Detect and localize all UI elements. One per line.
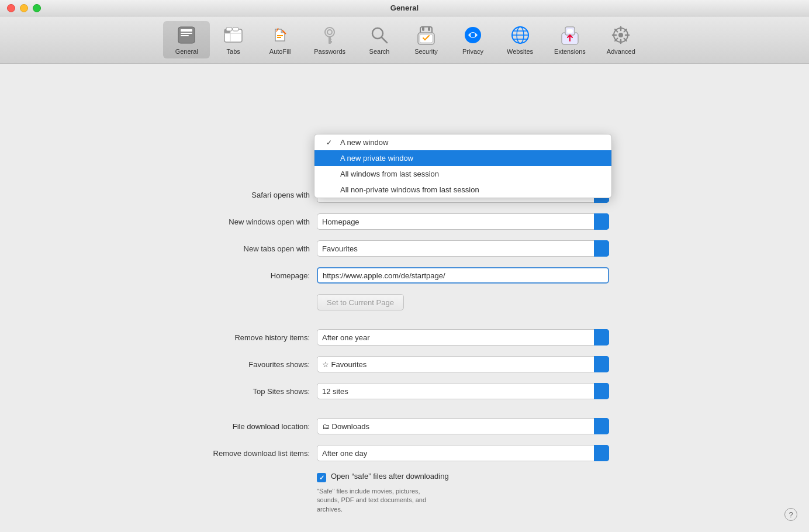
favourites-select[interactable]: ☆ Favourites <box>317 356 609 372</box>
dropdown-item-label: A new window <box>340 138 388 147</box>
help-button[interactable]: ? <box>784 508 797 521</box>
open-safe-files-sublabel-text: "Safe" files include movies, pictures,so… <box>317 488 426 513</box>
arrow-down-icon <box>599 454 604 457</box>
top-sites-select[interactable]: 12 sites <box>317 383 609 399</box>
new-windows-select-wrapper: Homepage <box>317 213 609 230</box>
top-sites-select-wrapper: 12 sites <box>317 383 609 399</box>
new-windows-select[interactable]: Homepage <box>317 213 609 230</box>
svg-rect-3 <box>181 35 189 36</box>
top-sites-label: Top Sites shows: <box>165 387 317 396</box>
dropdown-item-non-private[interactable]: All non-private windows from last sessio… <box>314 182 611 198</box>
toolbar-label-security: Security <box>414 48 438 55</box>
main-content: ✓ A new window A new private window All … <box>0 64 809 532</box>
toolbar-item-autofill[interactable]: AutoFill <box>257 21 303 58</box>
open-safe-files-checkbox[interactable]: ✓ <box>317 473 326 482</box>
svg-point-14 <box>327 30 332 34</box>
remove-download-control: After one day <box>317 445 644 461</box>
toolbar-item-privacy[interactable]: Privacy <box>450 21 496 58</box>
set-current-page-control: Set to Current Page <box>317 294 644 310</box>
svg-rect-17 <box>329 39 331 40</box>
advanced-icon <box>610 25 631 46</box>
top-sites-row: Top Sites shows: 12 sites <box>165 383 644 399</box>
window-buttons <box>7 4 41 12</box>
homepage-label: Homepage: <box>165 271 317 280</box>
new-windows-row: New windows open with Homepage <box>165 213 644 230</box>
open-safe-files-sublabel: "Safe" files include movies, pictures,so… <box>317 487 644 514</box>
arrow-up-icon <box>599 334 604 337</box>
toolbar-label-search: Search <box>369 48 390 55</box>
top-sites-stepper <box>594 383 609 399</box>
checkmark-icon: ✓ <box>326 139 336 147</box>
arrow-up-icon <box>599 361 604 364</box>
close-button[interactable] <box>7 4 15 12</box>
favourites-shows-label: Favourites shows: <box>165 360 317 369</box>
set-current-page-button[interactable]: Set to Current Page <box>317 294 404 310</box>
maximize-button[interactable] <box>33 4 41 12</box>
remove-download-select[interactable]: After one day <box>317 445 609 461</box>
general-icon <box>176 25 197 46</box>
new-tabs-row: New tabs open with Favourites <box>165 240 644 257</box>
svg-rect-22 <box>422 27 424 31</box>
toolbar-item-extensions[interactable]: Extensions <box>544 21 596 58</box>
open-safe-files-row: ✓ Open “safe” files after downloading <box>317 472 644 482</box>
favourites-shows-control: ☆ Favourites <box>317 356 644 372</box>
favourites-stepper <box>594 356 609 372</box>
dropdown-item-label: All windows from last session <box>340 170 439 178</box>
file-download-row: File download location: 🗂 Downloads <box>165 418 644 434</box>
favourites-shows-row: Favourites shows: ☆ Favourites <box>165 356 644 372</box>
dropdown-item-label: A new private window <box>340 154 413 163</box>
arrow-down-icon <box>599 222 604 225</box>
remove-history-control: After one year <box>317 329 644 346</box>
new-tabs-select-wrapper: Favourites <box>317 240 609 257</box>
minimize-button[interactable] <box>20 4 28 12</box>
new-windows-control: Homepage <box>317 213 644 230</box>
tabs-icon <box>223 25 244 46</box>
svg-rect-34 <box>567 29 573 33</box>
svg-rect-1 <box>181 29 192 32</box>
dropdown-item-label: All non-private windows from last sessio… <box>340 185 479 194</box>
dropdown-item-new-window[interactable]: ✓ A new window <box>314 134 611 150</box>
remove-download-stepper <box>594 445 609 461</box>
remove-download-select-wrapper: After one day <box>317 445 609 461</box>
file-download-label: File download location: <box>165 422 317 431</box>
file-download-select[interactable]: 🗂 Downloads <box>317 418 609 434</box>
file-download-stepper <box>594 418 609 434</box>
autofill-icon <box>269 25 291 46</box>
toolbar-label-extensions: Extensions <box>554 48 586 55</box>
new-windows-stepper <box>594 213 609 230</box>
arrow-up-icon <box>599 245 604 248</box>
new-tabs-label: New tabs open with <box>165 244 317 253</box>
open-safe-files-label: Open “safe” files after downloading <box>331 472 449 481</box>
arrow-down-icon <box>599 365 604 368</box>
toolbar-item-tabs[interactable]: Tabs <box>210 21 257 58</box>
toolbar-item-advanced[interactable]: Advanced <box>596 21 646 58</box>
websites-icon <box>510 25 531 46</box>
homepage-row: Homepage: <box>165 267 644 284</box>
new-tabs-select[interactable]: Favourites <box>317 240 609 257</box>
homepage-input[interactable] <box>317 267 609 284</box>
toolbar-item-passwords[interactable]: Passwords <box>303 21 356 58</box>
remove-history-select[interactable]: After one year <box>317 329 609 346</box>
dropdown-item-last-session[interactable]: All windows from last session <box>314 166 611 182</box>
extensions-icon <box>559 25 580 46</box>
svg-point-36 <box>618 33 623 37</box>
file-download-control: 🗂 Downloads <box>317 418 644 434</box>
privacy-icon <box>462 25 483 46</box>
safari-opens-label: Safari opens with <box>165 191 317 199</box>
file-download-select-wrapper: 🗂 Downloads <box>317 418 609 434</box>
arrow-down-icon <box>599 392 604 395</box>
toolbar-item-security[interactable]: Security <box>403 21 450 58</box>
security-icon <box>416 25 437 46</box>
dropdown-item-private-window[interactable]: A new private window <box>314 150 611 166</box>
remove-history-label: Remove history items: <box>165 333 317 342</box>
toolbar-item-websites[interactable]: Websites <box>496 21 544 58</box>
top-sites-control: 12 sites <box>317 383 644 399</box>
svg-rect-8 <box>226 27 232 31</box>
window-title: General <box>390 4 419 12</box>
toolbar-item-general[interactable]: General <box>163 21 210 58</box>
svg-rect-9 <box>233 27 238 31</box>
safari-opens-dropdown[interactable]: ✓ A new window A new private window All … <box>314 134 612 198</box>
set-current-page-row: Set to Current Page <box>165 294 644 310</box>
toolbar-item-search[interactable]: Search <box>356 21 403 58</box>
toolbar-label-autofill: AutoFill <box>269 48 291 55</box>
